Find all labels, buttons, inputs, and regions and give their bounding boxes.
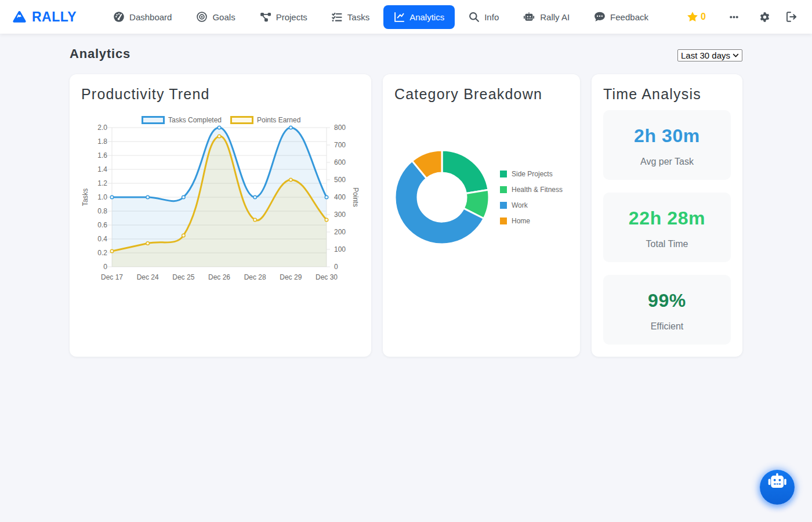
svg-text:700: 700 [334, 141, 346, 149]
svg-text:400: 400 [334, 193, 346, 201]
svg-text:Points Earned: Points Earned [257, 116, 300, 124]
svg-text:0.4: 0.4 [97, 235, 107, 243]
svg-text:1.6: 1.6 [97, 151, 107, 160]
svg-text:500: 500 [334, 176, 346, 184]
svg-text:0.8: 0.8 [97, 207, 107, 215]
svg-text:200: 200 [334, 228, 346, 236]
svg-text:Dec 29: Dec 29 [280, 273, 302, 281]
svg-text:Tasks: Tasks [81, 188, 89, 206]
svg-text:0: 0 [334, 263, 338, 271]
svg-text:600: 600 [334, 158, 346, 166]
svg-text:800: 800 [334, 124, 346, 132]
svg-text:2.0: 2.0 [97, 124, 107, 132]
svg-text:300: 300 [334, 211, 346, 219]
svg-text:Dec 24: Dec 24 [137, 273, 159, 281]
svg-text:100: 100 [334, 245, 346, 253]
svg-text:Points: Points [351, 187, 360, 206]
svg-text:1.4: 1.4 [97, 165, 107, 173]
svg-text:1.8: 1.8 [97, 137, 107, 146]
svg-text:0: 0 [103, 263, 107, 271]
svg-text:Dec 26: Dec 26 [208, 273, 230, 281]
svg-text:0.6: 0.6 [97, 221, 107, 229]
svg-text:Dec 17: Dec 17 [101, 273, 123, 281]
svg-text:Dec 30: Dec 30 [316, 273, 338, 281]
svg-text:1.0: 1.0 [97, 193, 107, 201]
svg-text:Dec 28: Dec 28 [244, 273, 266, 281]
svg-text:1.2: 1.2 [97, 179, 107, 187]
svg-text:Tasks Completed: Tasks Completed [168, 116, 222, 124]
svg-text:Dec 25: Dec 25 [172, 273, 194, 281]
svg-text:0.2: 0.2 [97, 249, 107, 257]
